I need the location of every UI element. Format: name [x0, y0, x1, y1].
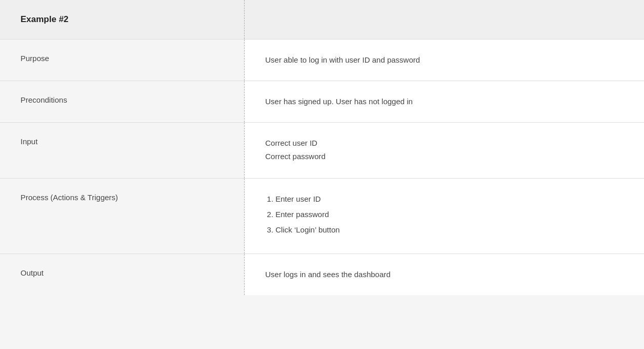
purpose-value-col: User able to log in with user ID and pas…	[245, 40, 644, 81]
preconditions-label-col: Preconditions	[0, 81, 245, 122]
example-title: Example #2	[21, 14, 69, 24]
output-value: User logs in and sees the dashboard	[265, 270, 390, 279]
process-value-col: Enter user ID Enter password Click ‘Logi…	[245, 179, 644, 254]
input-line-2: Correct password	[265, 150, 623, 163]
preconditions-row: Preconditions User has signed up. User h…	[0, 81, 644, 123]
input-value: Correct user ID Correct password	[265, 137, 623, 163]
process-list-item-1: Enter user ID	[275, 193, 623, 205]
input-line-1: Correct user ID	[265, 137, 623, 149]
input-label: Input	[21, 137, 37, 146]
purpose-value: User able to log in with user ID and pas…	[265, 55, 420, 64]
process-list-item-2: Enter password	[275, 208, 623, 221]
preconditions-value-col: User has signed up. User has not logged …	[245, 81, 644, 122]
output-row: Output User logs in and sees the dashboa…	[0, 254, 644, 295]
process-row: Process (Actions & Triggers) Enter user …	[0, 179, 644, 254]
process-label: Process (Actions & Triggers)	[21, 193, 118, 202]
preconditions-value: User has signed up. User has not logged …	[265, 97, 413, 106]
process-label-col: Process (Actions & Triggers)	[0, 179, 245, 254]
purpose-row: Purpose User able to log in with user ID…	[0, 40, 644, 81]
preconditions-label: Preconditions	[21, 95, 67, 104]
purpose-label: Purpose	[21, 54, 49, 63]
process-list-item-3: Click ‘Login’ button	[275, 224, 623, 236]
process-list: Enter user ID Enter password Click ‘Logi…	[265, 193, 623, 236]
input-value-col: Correct user ID Correct password	[245, 123, 644, 178]
header-left-col: Example #2	[0, 0, 245, 39]
input-row: Input Correct user ID Correct password	[0, 123, 644, 179]
output-label-col: Output	[0, 254, 245, 295]
output-value-col: User logs in and sees the dashboard	[245, 254, 644, 295]
output-label: Output	[21, 268, 44, 277]
input-label-col: Input	[0, 123, 245, 178]
purpose-label-col: Purpose	[0, 40, 245, 81]
main-table: Example #2 Purpose User able to log in w…	[0, 0, 644, 295]
table-header-row: Example #2	[0, 0, 644, 40]
header-right-col	[245, 0, 644, 39]
